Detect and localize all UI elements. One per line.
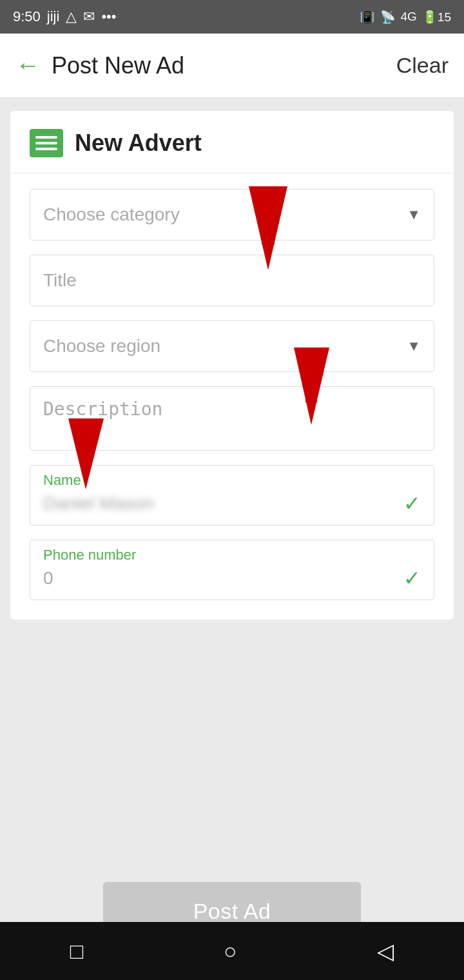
page-title: Post New Ad — [52, 52, 184, 79]
time-display: 9:50 — [13, 8, 41, 25]
vibrate-icon: 📳 — [360, 10, 375, 24]
back-button[interactable]: ← — [15, 52, 40, 79]
card-title: New Advert — [75, 130, 202, 157]
signal-icon: 4G — [401, 10, 417, 24]
name-field[interactable]: Name Daniel Mason ✓ — [30, 465, 434, 525]
form-card: New Advert — [10, 111, 454, 620]
back-nav-icon[interactable]: ◁ — [377, 938, 394, 964]
status-bar: 9:50 jiji △ ✉ ••• 📳 📡 4G 🔋15 — [0, 0, 464, 34]
carrier-label: jiji — [47, 8, 60, 25]
title-input[interactable] — [43, 270, 421, 291]
phone-field[interactable]: Phone number ✓ — [30, 540, 434, 600]
description-field[interactable] — [30, 386, 434, 451]
dots-icon: ••• — [101, 8, 116, 25]
warning-icon: △ — [66, 8, 77, 25]
main-content: New Advert — [0, 98, 464, 870]
name-check-icon: ✓ — [403, 491, 421, 516]
mail-icon: ✉ — [83, 8, 95, 25]
phone-input[interactable] — [43, 568, 403, 589]
list-icon — [30, 129, 63, 157]
bottom-nav: □ ○ ◁ — [0, 922, 464, 980]
battery-icon: 🔋15 — [422, 10, 451, 24]
title-field[interactable] — [30, 255, 434, 306]
phone-check-icon: ✓ — [403, 566, 421, 591]
card-header: New Advert — [10, 111, 454, 173]
category-chevron-icon: ▼ — [407, 206, 421, 223]
phone-label: Phone number — [43, 547, 421, 564]
region-chevron-icon: ▼ — [407, 338, 421, 355]
home-circle-icon[interactable]: ○ — [224, 939, 237, 964]
clear-button[interactable]: Clear — [396, 53, 449, 78]
category-select[interactable]: Choose category ▼ — [30, 189, 434, 240]
region-placeholder: Choose region — [43, 336, 160, 357]
name-value: Daniel Mason — [43, 493, 153, 514]
category-placeholder: Choose category — [43, 204, 180, 225]
region-select[interactable]: Choose region ▼ — [30, 320, 434, 372]
name-label: Name — [43, 472, 421, 489]
wifi-icon: 📡 — [380, 10, 396, 24]
home-square-icon[interactable]: □ — [70, 939, 84, 964]
app-header: ← Post New Ad Clear — [0, 34, 464, 98]
description-input[interactable] — [43, 398, 421, 438]
